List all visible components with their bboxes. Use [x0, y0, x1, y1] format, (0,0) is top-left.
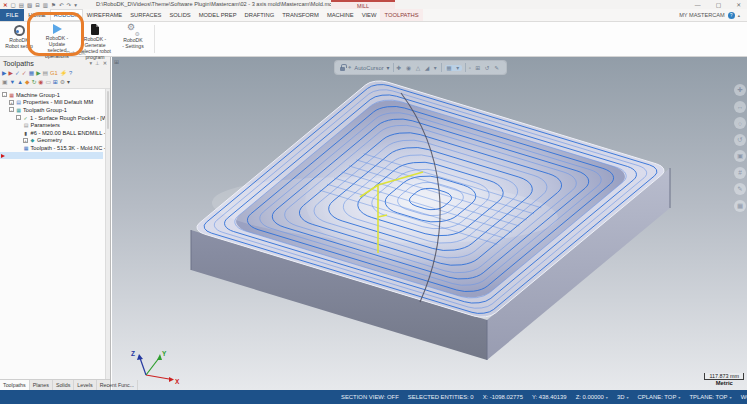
- post-icon[interactable]: G1: [50, 71, 58, 77]
- sketch-tool-icon[interactable]: ✎: [734, 183, 746, 195]
- restore-button[interactable]: ▢: [716, 2, 721, 8]
- tab-drafting[interactable]: DRAFTING: [241, 9, 279, 21]
- graphics-viewport[interactable]: X Y Z ⊞ ⌖ AutoCursor ▾ ✚ ◉ △ ◢ ▾ ▦ ▾ ▫ ⊞…: [112, 57, 747, 390]
- toolpath-group-icon: ▦: [16, 107, 22, 113]
- tree-label: Toolpath - 515.3K - Mold.NC - Program: [31, 145, 111, 151]
- panel-menu-icon[interactable]: ▾: [90, 60, 93, 66]
- tab-machine[interactable]: MACHINE: [323, 9, 358, 21]
- selection-filter-icons[interactable]: ▫ ⊞ ↺ ✎: [469, 65, 501, 71]
- refresh-icon[interactable]: ↻: [31, 80, 36, 86]
- select-all-operations-icon[interactable]: ▶: [2, 71, 6, 77]
- help-icon[interactable]: ?: [69, 71, 72, 77]
- customize-qat-icon[interactable]: ▾: [74, 2, 77, 8]
- tab-view[interactable]: VIEW: [358, 9, 381, 21]
- collapse-box-icon[interactable]: -: [2, 92, 7, 97]
- chevron-down-icon[interactable]: ▾: [387, 65, 390, 71]
- simulate-icon[interactable]: ▤: [43, 71, 48, 77]
- axes-gnomon: X Y Z: [131, 350, 180, 385]
- tab-file[interactable]: FILE: [0, 9, 24, 21]
- autocursor-dropdown[interactable]: AutoCursor: [354, 65, 383, 71]
- properties-icon: ▤: [16, 99, 22, 105]
- wcs-selector[interactable]: WCS: TOP ▾: [741, 394, 747, 400]
- more-icon[interactable]: ▾: [67, 80, 70, 86]
- tab-robodk[interactable]: ROBODK: [50, 9, 83, 21]
- lock-icon[interactable]: [340, 67, 345, 71]
- expand-box-icon[interactable]: +: [23, 138, 28, 143]
- minimize-button[interactable]: —: [695, 2, 701, 8]
- section-view-status[interactable]: SECTION VIEW: OFF: [341, 394, 399, 400]
- tab-model-prep[interactable]: MODEL PREP: [195, 9, 241, 21]
- tab-surfaces[interactable]: SURFACES: [126, 9, 165, 21]
- regenerate-dirty-icon[interactable]: ✓: [22, 71, 27, 77]
- tree-item-tool[interactable]: ▮ #6 - M20.00 BALL ENDMILL - BALL-NOS: [0, 129, 110, 137]
- tab-solids-panel[interactable]: Solids: [53, 380, 74, 390]
- close-button[interactable]: ✕: [736, 2, 741, 8]
- panel-toolbar: ▶ ▶ ✓ ✓ ▦ ▶ ▤ G1 ⚡ ? ▣ ▼ ▲ ◆ ↻ ◉ ▭ ⊞ ⚙ ▾: [0, 69, 110, 89]
- new-file-icon[interactable]: ▢: [11, 2, 16, 8]
- tab-planes-panel[interactable]: Planes: [30, 380, 53, 390]
- options-gear-icon[interactable]: ⚙: [60, 80, 65, 86]
- tab-home[interactable]: HOME: [24, 9, 49, 21]
- coordinate-z-value: Z: 0.00000: [576, 394, 604, 400]
- open-icon[interactable]: ▧: [27, 2, 32, 8]
- selection-tools-icons[interactable]: ✚ ◉ △ ◢ ▾: [397, 65, 439, 71]
- lock-feedrates-icon[interactable]: ▣: [2, 80, 7, 86]
- delete-icon[interactable]: ▭: [45, 80, 50, 86]
- my-mastercam[interactable]: MY MASTERCAM ? ▴: [679, 9, 747, 21]
- display-toolpaths-icon[interactable]: ◉: [38, 80, 43, 86]
- tab-solids[interactable]: SOLIDS: [165, 9, 194, 21]
- fit-view-icon[interactable]: ▣: [734, 150, 746, 162]
- expand-all-icon[interactable]: ⊞: [53, 80, 58, 86]
- robodk-settings-button[interactable]: ⚙ ⚙ RoboDK - Settings: [114, 24, 152, 49]
- redo-icon[interactable]: ↷: [67, 2, 72, 8]
- tree-item-parameters[interactable]: ▤ Parameters: [0, 121, 110, 129]
- highfeed-icon[interactable]: ⚡: [60, 71, 67, 77]
- tab-transform[interactable]: TRANSFORM: [278, 9, 323, 21]
- tree-scrollbar[interactable]: [105, 89, 110, 379]
- tab-toolpaths[interactable]: TOOLPATHS: [380, 9, 422, 21]
- tab-recent-functions-panel[interactable]: Recent Func...: [97, 380, 138, 390]
- panel-collapse-icon[interactable]: ⊞: [114, 58, 119, 65]
- tree-item-toolpath-group[interactable]: - ▦ Toolpath Group-1: [0, 106, 110, 114]
- tree-item-toolpath-file[interactable]: ▦ Toolpath - 515.3K - Mold.NC - Program: [0, 144, 110, 152]
- section-tool-icon[interactable]: #: [734, 167, 746, 179]
- insert-arrow-icon[interactable]: ◆: [25, 80, 29, 86]
- collapse-box-icon[interactable]: -: [9, 107, 14, 112]
- save-icon[interactable]: ▤: [19, 2, 24, 8]
- cplane-selector[interactable]: CPLANE: TOP ▾: [638, 394, 681, 400]
- tab-toolpaths-panel[interactable]: Toolpaths: [0, 380, 30, 390]
- collapse-box-icon[interactable]: -: [16, 115, 21, 120]
- rotate-tool-icon[interactable]: ↺: [734, 134, 746, 146]
- print-icon[interactable]: ⊟: [35, 2, 40, 8]
- select-dirty-operations-icon[interactable]: ▶: [8, 71, 12, 77]
- dimension-mode-toggle[interactable]: 3D ▾: [617, 394, 629, 400]
- expand-box-icon[interactable]: +: [9, 100, 14, 105]
- save-as-icon[interactable]: ▥: [43, 2, 48, 8]
- robodk-update-operations-button[interactable]: RoboDK - Update selected operations: [38, 24, 76, 49]
- tab-wireframe[interactable]: WIREFRAME: [83, 9, 126, 21]
- circle-tool-icon[interactable]: ○: [734, 117, 746, 129]
- move-up-icon[interactable]: ▲: [17, 80, 23, 86]
- solids-tool-icon[interactable]: ▦: [734, 200, 746, 212]
- robodk-robot-setup-button[interactable]: RoboDK Robot setup: [0, 24, 38, 49]
- tree-item-properties[interactable]: + ▤ Properties - Mill Default MM: [0, 99, 110, 107]
- tree-item-geometry[interactable]: + ◆ Geometry: [0, 137, 110, 145]
- panel-pin-icon[interactable]: ⊥: [95, 60, 100, 66]
- panel-close-icon[interactable]: ✕: [103, 60, 107, 66]
- flag-icon[interactable]: ⚑: [51, 2, 56, 8]
- analyze-tool-icon[interactable]: ✚: [734, 84, 746, 96]
- undo-icon[interactable]: ↶: [59, 2, 64, 8]
- coordinate-z[interactable]: Z: 0.00000 ▾: [576, 394, 608, 400]
- tree-item-operation[interactable]: - ✓ 1 - Surface Rough Pocket - [WCS: Top…: [0, 114, 110, 122]
- tree-item-machine-group[interactable]: - ▦ Machine Group-1: [0, 91, 110, 99]
- backplot-icon[interactable]: ▦: [29, 71, 34, 77]
- robodk-generate-program-button[interactable]: RoboDK - Generate selected robot program: [76, 24, 114, 49]
- regenerate-selected-icon[interactable]: ✓: [15, 71, 20, 77]
- insert-position-row[interactable]: [0, 152, 103, 160]
- move-down-icon[interactable]: ▼: [9, 80, 15, 86]
- tplane-selector[interactable]: TPLANE: TOP ▾: [689, 394, 731, 400]
- verify-icon[interactable]: ▶: [36, 71, 40, 77]
- measure-tool-icon[interactable]: ↔: [734, 101, 746, 113]
- tab-levels-panel[interactable]: Levels: [74, 380, 96, 390]
- grid-snap-icon[interactable]: ▦ ▾: [445, 65, 462, 71]
